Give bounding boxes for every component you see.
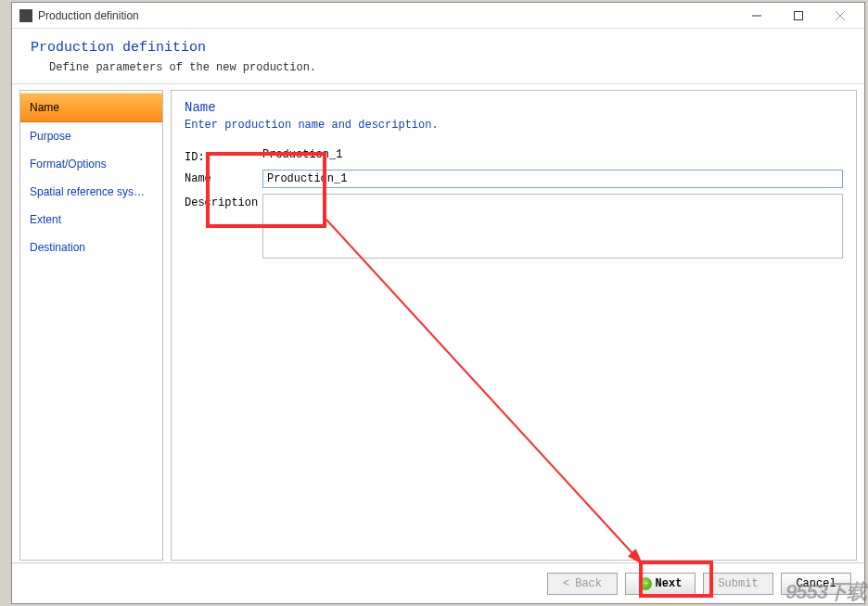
section-subtitle: Enter production name and description. <box>185 119 843 132</box>
sidebar-item-label: Destination <box>30 241 85 254</box>
back-button: Back <box>547 573 618 595</box>
chevron-left-icon <box>563 577 571 590</box>
watermark: 9553下载 <box>785 578 866 606</box>
sidebar-item-extent[interactable]: Extent <box>20 206 162 234</box>
name-row: Name <box>185 170 843 188</box>
wizard-body: Name Purpose Format/Options Spatial refe… <box>12 84 864 562</box>
titlebar[interactable]: Production definition <box>12 3 864 29</box>
app-icon <box>19 9 32 22</box>
submit-button: Submit <box>703 573 773 595</box>
sidebar-item-srs[interactable]: Spatial reference sys… <box>20 178 162 206</box>
sidebar-item-purpose[interactable]: Purpose <box>20 122 162 150</box>
sidebar-item-name[interactable]: Name <box>20 93 162 122</box>
name-label: Name <box>185 170 262 185</box>
window-title: Production definition <box>38 9 735 22</box>
wizard-footer: Back → Next Submit Cancel <box>12 562 864 603</box>
main-panel: Name Enter production name and descripti… <box>171 90 857 561</box>
minimize-button[interactable] <box>735 5 777 27</box>
page-title: Production definition <box>31 40 846 56</box>
section-title: Name <box>185 100 843 115</box>
sidebar-item-label: Spatial reference sys… <box>30 185 145 198</box>
sidebar-item-label: Purpose <box>30 130 71 143</box>
close-icon <box>836 11 845 20</box>
description-row: Description <box>185 194 843 259</box>
id-label: ID: <box>185 148 262 164</box>
description-input[interactable] <box>262 194 843 259</box>
step-sidebar: Name Purpose Format/Options Spatial refe… <box>19 90 163 561</box>
svg-rect-1 <box>794 11 802 19</box>
close-button[interactable] <box>819 5 861 27</box>
id-row: ID: Production_1 <box>185 148 843 164</box>
next-button[interactable]: → Next <box>625 573 696 595</box>
submit-button-label: Submit <box>718 577 758 590</box>
maximize-icon <box>794 11 803 20</box>
wizard-header: Production definition Define parameters … <box>12 29 864 84</box>
sidebar-item-format[interactable]: Format/Options <box>20 150 162 178</box>
page-subtitle: Define parameters of the new production. <box>49 61 846 74</box>
sidebar-item-destination[interactable]: Destination <box>20 234 162 261</box>
description-label: Description <box>185 194 262 209</box>
sidebar-item-label: Name <box>30 101 59 114</box>
minimize-icon <box>752 11 761 20</box>
dialog-window: Production definition Production definit… <box>11 2 865 604</box>
name-input[interactable] <box>262 170 843 188</box>
maximize-button[interactable] <box>777 5 819 27</box>
arrow-right-circle-icon: → <box>639 577 652 590</box>
sidebar-item-label: Format/Options <box>30 158 107 170</box>
sidebar-item-label: Extent <box>30 213 61 226</box>
back-button-label: Back <box>575 577 602 590</box>
id-value: Production_1 <box>262 148 342 161</box>
next-button-label: Next <box>656 577 683 590</box>
